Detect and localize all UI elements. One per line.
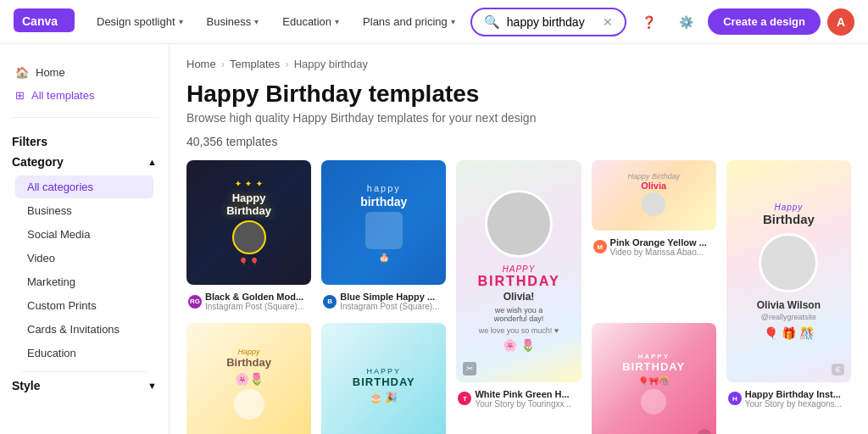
nav-design-spotlight[interactable]: Design spotlight ▾ <box>88 10 192 33</box>
template-card-8[interactable]: HAPPY BIRTHDAY 🎈🎀🎊 S HAPPY BIRTHDAY Your… <box>592 323 716 434</box>
settings-icon[interactable]: ⚙️ <box>670 7 701 37</box>
template-card-2[interactable]: happy birthday 🎂 B Blue Simple Happy ...… <box>321 160 446 313</box>
home-icon: 🏠 <box>15 66 29 79</box>
card-title-3: White Pink Green H... <box>475 389 570 399</box>
sidebar-divider-2 <box>22 371 147 372</box>
create-design-button[interactable]: Create a design <box>708 8 821 35</box>
breadcrumb-sep-1: › <box>221 58 225 70</box>
help-icon[interactable]: ❓ <box>633 7 664 37</box>
svg-text:Canva: Canva <box>22 14 58 28</box>
breadcrumb-current: Happy birthday <box>294 58 368 70</box>
style-filter-toggle[interactable]: Style ▼ <box>12 379 157 392</box>
card-subtitle-5: Your Story by hexagons... <box>745 399 842 409</box>
template-card-3[interactable]: HAPPY BIRTHDAY Olivia! we wish you awond… <box>456 160 581 410</box>
top-navigation: Canva Design spotlight ▾ Business ▾ Educ… <box>0 0 868 44</box>
chevron-down-icon: ▾ <box>179 17 183 26</box>
category-cards-invitations[interactable]: Cards & Invitations <box>15 318 153 341</box>
crop-icon[interactable]: ✂ <box>463 362 476 376</box>
card-subtitle-4: Video by Marissa Abao... <box>610 248 707 257</box>
chevron-down-icon: ▼ <box>147 381 157 391</box>
author-avatar-2: B <box>323 295 337 309</box>
template-count: 40,356 templates <box>186 135 851 148</box>
author-avatar-5: H <box>728 392 742 405</box>
card-info-1: RG Black & Golden Mod... Instagram Post … <box>186 285 311 313</box>
card-info-4: M Pink Orange Yellow ... Video by Mariss… <box>592 231 716 259</box>
category-custom-prints[interactable]: Custom Prints <box>15 294 153 317</box>
card-info-3: T White Pink Green H... Your Story by To… <box>456 382 581 410</box>
card-title-5: Happy Birthday Inst... <box>745 389 842 399</box>
card-title-1: Black & Golden Mod... <box>205 292 304 302</box>
main-layout: 🏠 Home ⊞ All templates Filters Category … <box>0 44 868 434</box>
breadcrumb-home[interactable]: Home <box>186 58 216 70</box>
sidebar-nav: 🏠 Home ⊞ All templates <box>0 54 169 110</box>
template-card-7[interactable]: HAPPY BIRTHDAY 🎂 🎉 <box>321 323 446 434</box>
category-social-media[interactable]: Social Media <box>15 223 153 246</box>
author-avatar-3: T <box>458 392 471 405</box>
category-all[interactable]: All categories <box>15 175 153 198</box>
nav-plans[interactable]: Plans and pricing ▾ <box>354 10 464 33</box>
card-subtitle-3: Your Story by Touringxx... <box>475 399 570 409</box>
template-card-1[interactable]: ✦ ✦ ✦ HappyBirthday 🎈 🎈 RG Black & Golde… <box>186 160 311 313</box>
chevron-up-icon: ▲ <box>147 157 157 167</box>
breadcrumb: Home › Templates › Happy birthday <box>186 58 851 70</box>
card-info-5: H Happy Birthday Inst... Your Story by h… <box>726 382 851 410</box>
author-avatar-1: RG <box>188 295 202 309</box>
category-video[interactable]: Video <box>15 247 153 270</box>
sidebar: 🏠 Home ⊞ All templates Filters Category … <box>0 44 170 434</box>
nav-right-actions: ❓ ⚙️ Create a design A <box>633 7 854 37</box>
sidebar-all-templates[interactable]: ⊞ All templates <box>12 84 157 107</box>
card-title-2: Blue Simple Happy ... <box>340 292 439 302</box>
templates-grid: ✦ ✦ ✦ HappyBirthday 🎈 🎈 RG Black & Golde… <box>186 160 851 434</box>
card-subtitle-1: Instagram Post (Square)... <box>205 302 304 311</box>
nav-education[interactable]: Education ▾ <box>274 10 348 33</box>
category-list: All categories Business Social Media Vid… <box>12 175 157 364</box>
page-title: Happy Birthday templates <box>186 81 851 108</box>
filters-heading[interactable]: Filters <box>12 135 157 148</box>
search-input[interactable] <box>507 15 596 29</box>
clear-search-icon[interactable]: ✕ <box>603 15 613 29</box>
search-bar: 🔍 ✕ <box>470 8 626 36</box>
category-business[interactable]: Business <box>15 199 153 222</box>
main-content: Home › Templates › Happy birthday Happy … <box>170 44 868 434</box>
category-marketing[interactable]: Marketing <box>15 270 153 293</box>
author-avatar-4: M <box>593 240 607 253</box>
template-card-5[interactable]: Happy Birthday Olivia Wilson @reallygrea… <box>726 160 851 410</box>
chevron-down-icon: ▾ <box>451 17 455 26</box>
nav-business[interactable]: Business ▾ <box>198 10 268 33</box>
card-title-4: Pink Orange Yellow ... <box>610 237 707 248</box>
card-price-badge: € <box>832 364 844 376</box>
chevron-down-icon: ▾ <box>254 17 259 26</box>
category-filter-toggle[interactable]: Category ▲ <box>12 155 157 169</box>
sidebar-divider <box>10 117 159 118</box>
grid-icon: ⊞ <box>15 89 25 102</box>
breadcrumb-sep-2: › <box>285 58 288 70</box>
filters-section: Filters Category ▲ All categories Busine… <box>0 125 169 409</box>
avatar-badge-8: S <box>698 429 711 434</box>
template-card-6[interactable]: Happy Birthday 🌸🌷 <box>186 323 311 434</box>
sidebar-home[interactable]: 🏠 Home <box>12 61 157 84</box>
search-icon: 🔍 <box>484 14 500 30</box>
canva-logo[interactable]: Canva <box>14 8 75 35</box>
card-subtitle-2: Instagram Post (Square)... <box>340 302 439 311</box>
breadcrumb-templates[interactable]: Templates <box>230 58 280 70</box>
page-subtitle: Browse high quality Happy Birthday templ… <box>186 111 851 125</box>
template-card-4[interactable]: Happy Birthday Olivia M Pink Orange Yell… <box>592 160 716 259</box>
card-info-2: B Blue Simple Happy ... Instagram Post (… <box>321 285 446 313</box>
category-education[interactable]: Education <box>15 342 153 364</box>
user-avatar[interactable]: A <box>827 8 854 36</box>
chevron-down-icon: ▾ <box>335 17 339 26</box>
